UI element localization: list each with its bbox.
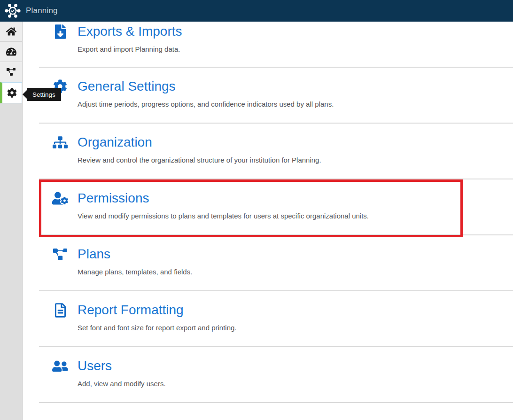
project-diagram-icon (7, 68, 16, 76)
menu-item-title[interactable]: General Settings (78, 78, 176, 95)
menu-item-title[interactable]: Plans (78, 246, 110, 263)
sidebar-item-settings[interactable] (0, 82, 22, 103)
menu-item-description: Review and control the organizational st… (78, 156, 513, 165)
settings-menu-list: Exports & Imports Export and import Plan… (23, 22, 513, 420)
home-icon (6, 27, 16, 36)
gear-icon (7, 88, 17, 98)
file-download-icon (55, 24, 66, 39)
settings-tooltip: Settings (27, 88, 61, 101)
sidebar-item-plans[interactable] (0, 62, 22, 82)
planning-settings-page: { "topbar": { "title": "Planning" }, "si… (0, 0, 513, 420)
menu-item-exports-imports[interactable]: Exports & Imports Export and import Plan… (23, 22, 513, 68)
menu-item-description: View and modify permissions to plans and… (78, 211, 513, 221)
menu-item-title[interactable]: Users (78, 358, 112, 374)
sidebar-item-dashboard[interactable] (0, 42, 22, 62)
menu-item-description: Export and import Planning data. (78, 45, 513, 54)
menu-item-description: Set font and font size for report export… (78, 323, 513, 333)
menu-item-title[interactable]: Permissions (78, 190, 149, 207)
top-app-bar: Planning (0, 0, 513, 22)
app-title: Planning (26, 6, 58, 16)
menu-item-description: Adjust time periods, progress options, a… (78, 100, 513, 109)
menu-item-description: Add, view and modify users. (78, 379, 513, 389)
left-nav-sidebar (0, 22, 23, 420)
menu-item-plans[interactable]: Plans Manage plans, templates, and field… (23, 235, 513, 291)
menu-item-organization[interactable]: Organization Review and control the orga… (23, 124, 513, 179)
menu-item-title[interactable]: Organization (78, 134, 152, 151)
file-lines-icon (55, 303, 66, 318)
menu-item-title[interactable]: Exports & Imports (78, 23, 182, 40)
sidebar-item-home[interactable] (0, 22, 22, 42)
tooltip-label: Settings (32, 91, 55, 98)
menu-item-title[interactable]: Report Formatting (78, 302, 184, 319)
tachometer-icon (6, 47, 16, 56)
menu-item-description: Manage plans, templates, and fields. (78, 267, 513, 277)
menu-item-permissions[interactable]: Permissions View and modify permissions … (23, 179, 513, 235)
user-gear-icon (52, 192, 68, 205)
tooltip-arrow (23, 90, 27, 99)
sitemap-icon (53, 136, 68, 148)
project-diagram-icon (53, 249, 68, 260)
planning-logo-icon (4, 2, 21, 19)
menu-item-users[interactable]: Users Add, view and modify users. (23, 347, 513, 403)
menu-item-report-formatting[interactable]: Report Formatting Set font and font size… (23, 291, 513, 347)
menu-item-general-settings[interactable]: General Settings Adjust time periods, pr… (23, 68, 513, 124)
users-icon (52, 360, 68, 373)
